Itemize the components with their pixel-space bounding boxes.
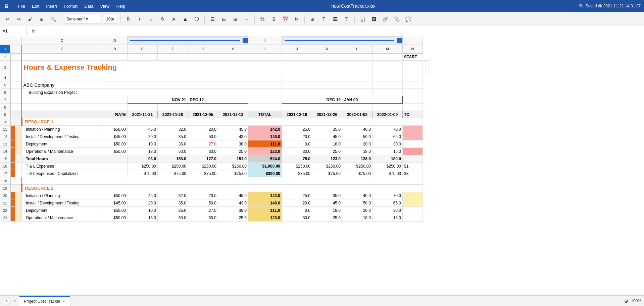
cell-a2[interactable] bbox=[10, 53, 22, 61]
cell-g13[interactable]: 27.0 bbox=[188, 140, 218, 148]
cell-j6[interactable] bbox=[282, 89, 312, 96]
cell-k21[interactable]: 45.0 bbox=[312, 199, 342, 207]
cell-f22[interactable]: 36.0 bbox=[158, 207, 188, 214]
cell-reference-box[interactable]: A1 bbox=[0, 26, 27, 36]
col-header-e[interactable]: E bbox=[128, 45, 158, 53]
cell-n20[interactable] bbox=[403, 192, 423, 199]
cell-h15[interactable]: 151.0 bbox=[218, 155, 248, 163]
cell-f11[interactable]: 32.0 bbox=[158, 126, 188, 133]
cell-k12[interactable]: 45.0 bbox=[312, 133, 342, 140]
cell-i15[interactable]: 524.0 bbox=[248, 155, 282, 163]
percent-button[interactable]: % bbox=[258, 14, 267, 24]
cell-i21[interactable]: 148.0 bbox=[248, 199, 282, 207]
cell-l16[interactable]: $250.00 bbox=[342, 163, 373, 170]
col-header-i2[interactable]: I bbox=[248, 45, 282, 53]
cell-k15[interactable]: 123.0 bbox=[312, 155, 342, 163]
cell-i4[interactable] bbox=[248, 74, 282, 81]
cell-d17[interactable] bbox=[102, 170, 128, 177]
cell-h8[interactable] bbox=[218, 104, 248, 111]
cell-j11[interactable]: 25.0 bbox=[282, 126, 312, 133]
chart-button[interactable]: 📊 bbox=[358, 14, 367, 24]
cell-n6[interactable] bbox=[403, 89, 423, 96]
cell-d16[interactable] bbox=[102, 163, 128, 170]
cell-m23[interactable]: 15.0 bbox=[373, 214, 403, 222]
cell-d13[interactable]: $50.00 bbox=[102, 140, 128, 148]
cell-m21[interactable]: 65.0 bbox=[373, 199, 403, 207]
cell-e21[interactable]: 20.0 bbox=[128, 199, 158, 207]
image-button[interactable]: 🖼 bbox=[369, 14, 379, 24]
cell-i20[interactable]: 142.0 bbox=[248, 192, 282, 199]
cell-l4[interactable] bbox=[342, 74, 373, 81]
cell-l21[interactable]: 50.0 bbox=[342, 199, 373, 207]
col-header-c2[interactable]: C bbox=[22, 45, 102, 53]
cell-b20[interactable] bbox=[15, 192, 22, 199]
insert-image-button[interactable]: 🖼 bbox=[331, 14, 340, 24]
cell-m2[interactable] bbox=[373, 53, 403, 61]
cell-k4[interactable] bbox=[312, 74, 342, 81]
col-header-f[interactable]: F bbox=[158, 45, 188, 53]
cell-e12[interactable]: 20.0 bbox=[128, 133, 158, 140]
cell-d22[interactable]: $50.00 bbox=[102, 207, 128, 214]
cell-f12[interactable]: 35.0 bbox=[158, 133, 188, 140]
currency-button[interactable]: $ bbox=[269, 14, 279, 24]
cell-f14[interactable]: 50.0 bbox=[158, 148, 188, 155]
cell-c8[interactable] bbox=[22, 104, 102, 111]
cell-i7[interactable] bbox=[248, 96, 282, 104]
cell-h11[interactable]: 45.0 bbox=[218, 126, 248, 133]
cell-m5[interactable] bbox=[373, 81, 403, 89]
cell-j4[interactable] bbox=[282, 74, 312, 81]
cell-i5[interactable] bbox=[248, 81, 282, 89]
cell-d12[interactable]: $45.00 bbox=[102, 133, 128, 140]
cell-i2[interactable] bbox=[248, 53, 282, 61]
cell-d23[interactable]: $50.00 bbox=[102, 214, 128, 222]
col-header-j[interactable]: J bbox=[282, 45, 312, 53]
cell-c21[interactable]: Install / Development / Testing bbox=[22, 199, 102, 207]
cell-l17[interactable]: $75.00 bbox=[342, 170, 373, 177]
cell-c14[interactable]: Operational / Maintenance bbox=[22, 148, 102, 155]
cell-b15[interactable] bbox=[15, 155, 22, 163]
cell-k16[interactable]: $250.00 bbox=[312, 163, 342, 170]
format-styles-button[interactable]: ⊞ bbox=[37, 14, 46, 24]
menu-view[interactable]: View bbox=[98, 3, 112, 10]
cell-k23[interactable]: 25.0 bbox=[312, 214, 342, 222]
cell-m6[interactable] bbox=[373, 89, 403, 96]
cell-b22[interactable] bbox=[15, 207, 22, 214]
cell-b13[interactable] bbox=[15, 140, 22, 148]
cell-l6[interactable] bbox=[342, 89, 373, 96]
table-button[interactable]: ⊞ bbox=[308, 14, 317, 24]
cell-k22[interactable]: 18.0 bbox=[312, 207, 342, 214]
cell-k5[interactable] bbox=[312, 81, 342, 89]
cell-l11[interactable]: 40.0 bbox=[342, 126, 373, 133]
cell-c11[interactable]: Initiation / Planning bbox=[22, 126, 102, 133]
col-header-d[interactable]: D bbox=[102, 37, 128, 45]
cell-g14[interactable]: 30.0 bbox=[188, 148, 218, 155]
cell-g21[interactable]: 50.0 bbox=[188, 199, 218, 207]
italic-button[interactable]: I bbox=[135, 14, 144, 24]
cell-n2[interactable]: START bbox=[403, 53, 423, 61]
menu-data[interactable]: Data bbox=[82, 3, 96, 10]
add-sheet-button[interactable]: + bbox=[3, 297, 11, 305]
cell-c18[interactable] bbox=[22, 177, 423, 185]
cell-c22[interactable]: Deployment bbox=[22, 207, 102, 214]
cell-l12[interactable]: 50.0 bbox=[342, 133, 373, 140]
cell-m17[interactable]: $75.00 bbox=[373, 170, 403, 177]
cell-n4[interactable] bbox=[403, 74, 423, 81]
col-header-k[interactable]: K bbox=[312, 45, 342, 53]
fill-color-button[interactable]: ⬡ bbox=[192, 14, 201, 24]
sheet-tab-dropdown-arrow[interactable]: ▼ bbox=[62, 300, 65, 303]
cell-e2[interactable] bbox=[128, 53, 158, 61]
cell-n8[interactable] bbox=[403, 104, 423, 111]
cell-j15[interactable]: 75.0 bbox=[282, 155, 312, 163]
cell-b23[interactable] bbox=[15, 214, 22, 222]
cell-n22[interactable] bbox=[403, 207, 423, 214]
cell-j3[interactable] bbox=[342, 61, 373, 74]
cell-a7[interactable] bbox=[10, 96, 22, 104]
cell-k17[interactable]: $75.00 bbox=[312, 170, 342, 177]
cell-c17[interactable]: T & L Expenses - Capitalized bbox=[22, 170, 102, 177]
col-header-c[interactable]: C bbox=[22, 37, 102, 45]
cell-m16[interactable]: $250.00 bbox=[373, 163, 403, 170]
collapse-btn-2[interactable]: - bbox=[397, 38, 402, 43]
cell-j5[interactable] bbox=[282, 81, 312, 89]
cell-e22[interactable]: 10.0 bbox=[128, 207, 158, 214]
cell-a3[interactable] bbox=[10, 61, 22, 74]
